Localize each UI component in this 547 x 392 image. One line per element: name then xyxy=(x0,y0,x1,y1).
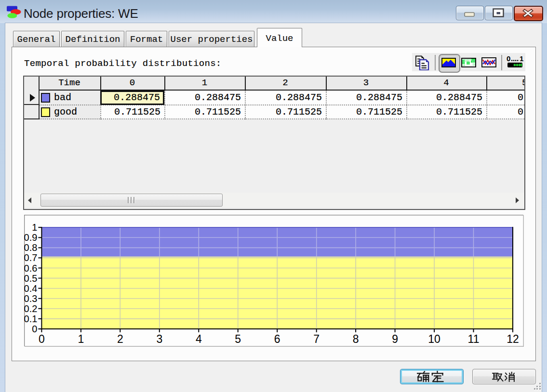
svg-text:5: 5 xyxy=(235,333,241,345)
svg-text:1: 1 xyxy=(520,55,523,62)
svg-text:0: 0 xyxy=(507,55,510,62)
svg-text:8: 8 xyxy=(353,333,359,345)
svg-text:10: 10 xyxy=(428,333,440,345)
svg-text:0.4: 0.4 xyxy=(24,283,37,294)
svg-text:0.6: 0.6 xyxy=(24,263,37,274)
svg-text:3: 3 xyxy=(156,333,162,345)
svg-text:1: 1 xyxy=(32,222,37,233)
svg-text:0: 0 xyxy=(39,333,45,345)
svg-text:0.8: 0.8 xyxy=(24,242,37,253)
svg-text:1: 1 xyxy=(78,333,84,345)
svg-text:0.7: 0.7 xyxy=(24,252,37,263)
svg-text:7: 7 xyxy=(313,333,320,345)
svg-text:6: 6 xyxy=(274,333,280,345)
svg-text:2: 2 xyxy=(117,333,123,345)
svg-text:4: 4 xyxy=(196,333,202,345)
svg-text:0: 0 xyxy=(32,324,37,334)
svg-text:0.2: 0.2 xyxy=(24,303,37,314)
svg-text:11: 11 xyxy=(468,333,480,345)
svg-text:0.9: 0.9 xyxy=(24,232,37,243)
svg-text:0.1: 0.1 xyxy=(24,314,37,324)
svg-text:0.3: 0.3 xyxy=(24,293,37,304)
svg-text:12: 12 xyxy=(507,333,519,345)
svg-text:0.5: 0.5 xyxy=(24,273,37,284)
svg-text:9: 9 xyxy=(392,333,398,345)
